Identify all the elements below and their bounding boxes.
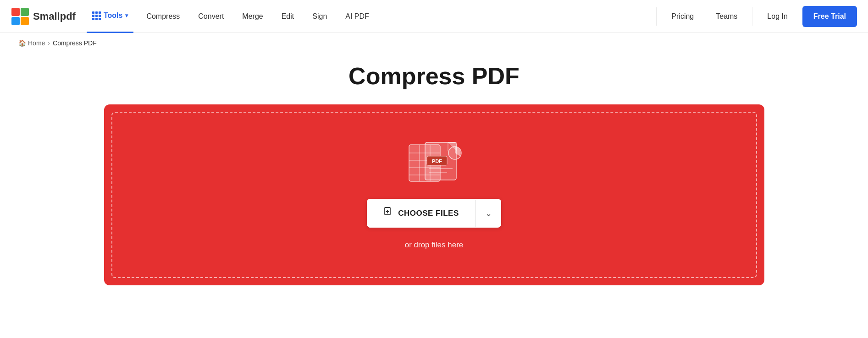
- main-content: Compress PDF: [0, 53, 868, 304]
- choose-files-dropdown-button[interactable]: ⌄: [475, 200, 501, 227]
- nav-convert[interactable]: Convert: [189, 0, 233, 33]
- breadcrumb-current: Compress PDF: [53, 39, 97, 47]
- tools-button[interactable]: Tools ▾: [87, 0, 133, 33]
- header-divider: [656, 7, 657, 26]
- grid-icon: [92, 11, 101, 20]
- svg-rect-1: [21, 8, 29, 16]
- nav-sign[interactable]: Sign: [303, 0, 336, 33]
- logo-link[interactable]: Smallpdf: [11, 7, 76, 26]
- file-plus-icon: [383, 207, 393, 217]
- logo-icon: [11, 7, 29, 26]
- breadcrumb: 🏠 Home › Compress PDF: [0, 33, 868, 53]
- breadcrumb-separator: ›: [48, 39, 50, 47]
- choose-files-container[interactable]: CHOOSE FILES ⌄: [367, 199, 501, 228]
- pdf-files-icon: PDF: [407, 140, 462, 186]
- header: Smallpdf Tools ▾ Compress Convert Merge …: [0, 0, 868, 33]
- svg-rect-2: [11, 17, 20, 25]
- tools-chevron-icon: ▾: [125, 12, 128, 19]
- nav-edit[interactable]: Edit: [272, 0, 304, 33]
- tools-label: Tools: [104, 11, 122, 20]
- breadcrumb-home-label: Home: [28, 39, 45, 47]
- page-title: Compress PDF: [348, 62, 520, 90]
- breadcrumb-home-link[interactable]: 🏠 Home: [18, 39, 45, 47]
- drop-zone[interactable]: PDF C: [104, 104, 764, 285]
- header-divider-2: [752, 7, 752, 26]
- nav-pricing[interactable]: Pricing: [664, 9, 701, 24]
- upload-icon: [383, 207, 393, 219]
- nav-login[interactable]: Log In: [760, 9, 795, 24]
- svg-rect-3: [21, 17, 29, 25]
- nav-compress[interactable]: Compress: [137, 0, 189, 33]
- drop-hint: or drop files here: [405, 240, 464, 250]
- choose-files-button[interactable]: CHOOSE FILES: [367, 199, 475, 228]
- chevron-down-icon: ⌄: [485, 208, 492, 218]
- svg-rect-0: [11, 8, 20, 16]
- nav-ai-pdf[interactable]: AI PDF: [336, 0, 378, 33]
- nav-merge[interactable]: Merge: [233, 0, 272, 33]
- free-trial-button[interactable]: Free Trial: [802, 6, 857, 27]
- logo-text: Smallpdf: [33, 11, 76, 22]
- pdf-illustration: PDF: [407, 140, 462, 186]
- header-right: Pricing Teams Log In Free Trial: [656, 6, 857, 27]
- main-nav: Compress Convert Merge Edit Sign AI PDF: [137, 0, 656, 33]
- choose-files-label: CHOOSE FILES: [398, 209, 459, 218]
- drop-zone-inner: PDF C: [111, 112, 757, 278]
- svg-text:PDF: PDF: [432, 158, 442, 164]
- home-icon: 🏠: [18, 39, 26, 47]
- nav-teams[interactable]: Teams: [708, 9, 745, 24]
